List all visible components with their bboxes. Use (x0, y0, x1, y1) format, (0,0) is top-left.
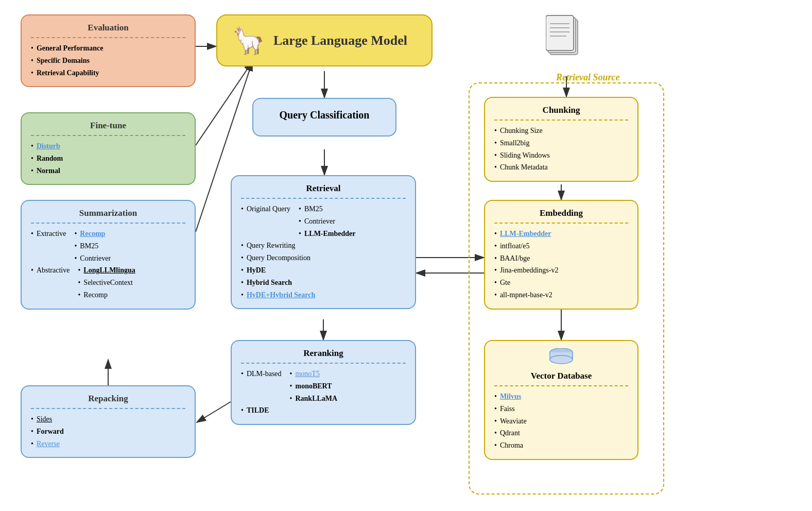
evaluation-item-1: General Performance (31, 42, 185, 55)
reranking-monobert: monoBERT (290, 380, 338, 393)
reranking-rankllama: RankLLaMA (290, 393, 338, 405)
vectordb-chroma: Chroma (494, 439, 628, 452)
chunking-size: Chunking Size (494, 125, 628, 137)
finetune-list: Disturb Random Normal (31, 140, 185, 177)
summarization-bm25: BM25 (74, 240, 111, 252)
retrieval-source-label: Retrieval Source (556, 72, 620, 83)
finetune-item-disturb: Disturb (31, 140, 185, 152)
reranking-box: Reranking DLM-based monoT5 monoBERT Rank… (231, 340, 416, 425)
vectordb-weaviate: Weaviate (494, 415, 628, 428)
embedding-box: Embedding LLM-Embedder intfloat/e5 BAAI/… (484, 200, 638, 310)
query-classification-box: Query Classification (252, 98, 396, 137)
embedding-intfloat: intfloat/e5 (494, 240, 628, 252)
vectordb-qdrant: Qdrant (494, 427, 628, 439)
reranking-tilde: TILDE (241, 404, 406, 417)
summarization-list: Extractive Recomp BM25 Contriever Abstra… (31, 228, 185, 301)
retrieval-query-decomposition: Query Decomposition (241, 252, 406, 264)
embedding-jina: Jina-embeddings-v2 (494, 264, 628, 277)
svg-line-6 (197, 402, 231, 422)
retrieval-title: Retrieval (241, 183, 406, 194)
summarization-extractive: Extractive Recomp BM25 Contriever (31, 228, 185, 264)
retrieval-list: Original Query BM25 Contriever LLM-Embed… (241, 203, 406, 301)
retrieval-box: Retrieval Original Query BM25 Contriever… (231, 175, 416, 309)
chunking-box: Chunking Chunking Size Small2big Sliding… (484, 97, 638, 182)
svg-rect-17 (546, 15, 574, 50)
embedding-llmembedder: LLM-Embedder (494, 228, 628, 240)
repacking-reverse: Reverse (31, 438, 185, 450)
chunking-list: Chunking Size Small2big Sliding Windows … (494, 125, 628, 174)
repacking-title: Repacking (31, 394, 185, 404)
vectordb-list: Milvus Faiss Weaviate Qdrant Chroma (494, 390, 628, 452)
embedding-title: Embedding (494, 208, 628, 218)
evaluation-box: Evaluation General Performance Specific … (21, 14, 196, 87)
retrieval-hyde: HyDE (241, 264, 406, 277)
summarization-recomp2: Recomp (78, 289, 135, 301)
summarization-abstractive: Abstractive LongLLMlingua SelectiveConte… (31, 264, 185, 301)
vectordb-milvus: Milvus (494, 390, 628, 403)
finetune-title: Fine-tune (31, 121, 185, 131)
vectordb-faiss: Faiss (494, 403, 628, 415)
repacking-list: Sides Forward Reverse (31, 413, 185, 450)
query-classification-title: Query Classification (263, 109, 386, 121)
summarization-box: Summarization Extractive Recomp BM25 Con… (21, 200, 196, 310)
embedding-list: LLM-Embedder intfloat/e5 BAAI/bge Jina-e… (494, 228, 628, 301)
diagram-container: Evaluation General Performance Specific … (0, 0, 812, 511)
evaluation-list: General Performance Specific Domains Ret… (31, 42, 185, 79)
retrieval-llmembedder: LLM-Embedder (299, 228, 355, 240)
repacking-forward: Forward (31, 425, 185, 438)
llm-icon: 🦙 (232, 25, 265, 56)
llm-box: 🦙 Large Language Model (216, 14, 433, 66)
summarization-title: Summarization (31, 208, 185, 218)
evaluation-item-2: Specific Domains (31, 55, 185, 67)
finetune-item-random: Random (31, 152, 185, 165)
reranking-list: DLM-based monoT5 monoBERT RankLLaMA TILD… (241, 368, 406, 417)
vectordb-title: Vector Database (494, 371, 628, 381)
summarization-longllm: LongLLMlingua (78, 264, 135, 277)
evaluation-title: Evaluation (31, 23, 185, 33)
repacking-sides: Sides (31, 413, 185, 425)
embedding-mpnet: all-mpnet-base-v2 (494, 289, 628, 301)
retrieval-contriever: Contriever (299, 215, 355, 228)
finetune-item-normal: Normal (31, 165, 185, 177)
embedding-gte: Gte (494, 277, 628, 289)
finetune-box: Fine-tune Disturb Random Normal (21, 112, 196, 185)
embedding-baai: BAAI/bge (494, 252, 628, 265)
retrieval-hybrid-search: Hybrid Search (241, 277, 406, 289)
summarization-contriever: Contriever (74, 252, 111, 265)
reranking-monot5: monoT5 (290, 368, 338, 380)
chunking-title: Chunking (494, 105, 628, 115)
retrieval-hyde-hybrid: HyDE+Hybrid Search (241, 289, 406, 301)
chunking-sliding: Sliding Windows (494, 149, 628, 162)
repacking-box: Repacking Sides Forward Reverse (21, 385, 196, 458)
vectordb-box: Vector Database Milvus Faiss Weaviate Qd… (484, 340, 638, 460)
summarization-recomp: Recomp (74, 228, 111, 240)
svg-point-24 (550, 355, 573, 364)
retrieval-query-rewriting: Query Rewriting (241, 240, 406, 252)
vectordb-icon (494, 348, 628, 369)
svg-line-8 (196, 62, 252, 145)
summarization-selectivecontext: SelectiveContext (78, 277, 135, 289)
llm-title: Large Language Model (273, 33, 407, 48)
reranking-dlm: DLM-based monoT5 monoBERT RankLLaMA (241, 368, 406, 404)
evaluation-item-3: Retrieval Capability (31, 67, 185, 79)
document-icon (546, 13, 582, 62)
reranking-title: Reranking (241, 348, 406, 359)
chunking-metadata: Chunk Metadata (494, 161, 628, 174)
retrieval-bm25: BM25 (299, 203, 355, 215)
retrieval-original-query: Original Query BM25 Contriever LLM-Embed… (241, 203, 406, 240)
chunking-small2big: Small2big (494, 137, 628, 149)
